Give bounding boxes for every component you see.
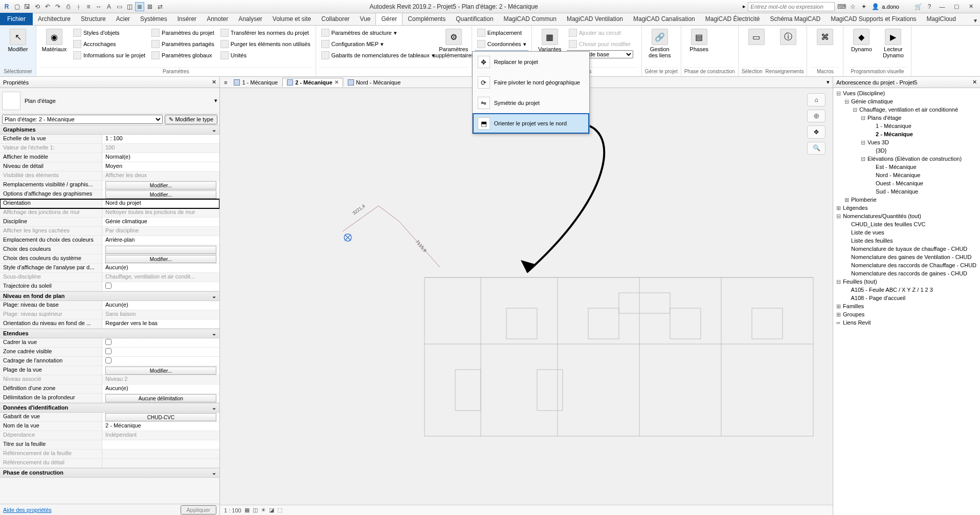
tree-node[interactable]: Nomenclature des raccords de gaines - CH… <box>834 269 979 277</box>
section-etendues[interactable]: Etendues⌄ <box>0 329 219 338</box>
selection-button[interactable]: ▭ <box>742 27 771 45</box>
keyboard-icon[interactable]: ⌨ <box>837 2 846 11</box>
prop-val[interactable] <box>102 338 219 347</box>
tree-node[interactable]: ⊟ Vues 3D <box>834 138 979 146</box>
save-icon[interactable]: 🖫 <box>23 2 32 11</box>
tree-toggle-icon[interactable]: ∞ <box>835 318 841 327</box>
lecteur-dynamo-button[interactable]: ▶ Lecteur Dynamo <box>878 27 908 58</box>
emplacement-button[interactable]: Emplacement <box>475 28 528 38</box>
search-input[interactable] <box>748 2 835 11</box>
open-icon[interactable]: ▢ <box>12 2 21 11</box>
tree-toggle-icon[interactable]: ⊟ <box>843 97 850 105</box>
tree-node[interactable]: Ouest - Mécanique <box>834 179 979 187</box>
properties-help-link[interactable]: Aide des propriétés <box>3 507 52 513</box>
prop-val[interactable] <box>102 357 219 366</box>
tree-node[interactable]: Liste des feuilles <box>834 237 979 245</box>
prop-val[interactable] <box>102 245 219 254</box>
replacer-item[interactable]: ✥Replacer le projet <box>473 52 589 72</box>
prop-btn-gabarit[interactable]: CHUD-CVC <box>105 413 216 421</box>
crop-icon[interactable]: ⬚ <box>277 507 282 513</box>
ribbon-tab-architecture[interactable]: Architecture <box>33 13 76 25</box>
ribbon-tab-systèmes[interactable]: Systèmes <box>135 13 172 25</box>
detail-icon[interactable]: ▦ <box>244 507 250 513</box>
ribbon-tab-magicad-électricité[interactable]: MagiCAD Électricité <box>700 13 765 25</box>
prop-check-zone_visible[interactable] <box>105 348 112 354</box>
info-projet-button[interactable]: Informations sur le projet <box>71 50 147 60</box>
minimize-button[interactable]: — <box>936 2 948 12</box>
sync-icon[interactable]: ⟲ <box>33 2 42 11</box>
tree-toggle-icon[interactable]: ⊟ <box>860 155 866 163</box>
tree-toggle-icon[interactable]: ⊞ <box>835 310 841 318</box>
prop-val[interactable]: Modifier... <box>102 181 219 189</box>
style-icon[interactable]: ◫ <box>253 507 258 513</box>
ribbon-tab-acier[interactable]: Acier <box>111 13 135 25</box>
ribbon-tab-magicloud[interactable]: MagiCloud <box>922 13 961 25</box>
tree-node[interactable]: Sud - Mécanique <box>834 187 979 196</box>
section-niveau-fond[interactable]: Niveau en fond de plan⌄ <box>0 291 219 301</box>
ribbon-tab-insérer[interactable]: Insérer <box>172 13 202 25</box>
tree-node[interactable]: Liste de vues <box>834 228 979 237</box>
type-dropdown-icon[interactable]: ▾ <box>214 97 217 104</box>
prop-btn-choix_couleurs[interactable] <box>105 246 216 254</box>
modifier-button[interactable]: ↖ Modifier <box>3 27 33 52</box>
gabarits-button[interactable]: Gabarits de nomenclatures de tableaux ▾ <box>319 50 437 60</box>
browser-close-icon[interactable]: ✕ <box>972 79 977 85</box>
file-tab[interactable]: Fichier <box>0 13 33 25</box>
tree-node[interactable]: Nomenclature de tuyaux de chauffage - CH… <box>834 245 979 253</box>
prop-btn-plage_vue[interactable]: Modifier... <box>105 367 216 375</box>
ribbon-tab-structure[interactable]: Structure <box>76 13 111 25</box>
tree-node[interactable]: ⊟ Génie climatique <box>834 97 979 105</box>
tree-toggle-icon[interactable]: ⊟ <box>860 138 866 146</box>
accrochages-button[interactable]: Accrochages <box>71 39 147 49</box>
view-tabs-dropdown-icon[interactable]: ▾ <box>823 79 833 85</box>
unites-button[interactable]: Unités <box>218 50 313 60</box>
symetrie-item[interactable]: ⇋Symétrie du projet <box>473 93 589 113</box>
view-tab[interactable]: 2 - Mécanique✕ <box>282 78 343 87</box>
view-type-name[interactable]: Plan d'étage <box>25 98 210 104</box>
print-icon[interactable]: ⎙ <box>63 2 73 11</box>
ribbon-tab-magicad-canalisation[interactable]: MagiCAD Canalisation <box>628 13 700 25</box>
link-icon[interactable]: ☆ <box>848 2 857 11</box>
prop-val[interactable]: 2 - Mécanique <box>102 422 219 431</box>
cart-icon[interactable]: 🛒 <box>914 2 923 11</box>
tree-node[interactable]: ⊞ Familles <box>834 302 979 310</box>
prop-val[interactable]: Aucun(e) <box>102 384 219 393</box>
styles-objets-button[interactable]: Styles d'objets <box>71 28 147 38</box>
prop-val[interactable]: Arrière-plan <box>102 236 219 245</box>
prop-val[interactable]: Nord du projet <box>102 199 219 208</box>
tree-node[interactable]: 2 - Mécanique <box>834 130 979 138</box>
shadow-icon[interactable]: ◪ <box>269 507 274 513</box>
ribbon-tab-volume-et-site[interactable]: Volume et site <box>268 13 316 25</box>
tab-list-icon[interactable]: ≡ <box>222 79 229 85</box>
tree-node[interactable]: ∞ Liens Revit <box>834 318 979 327</box>
param-structure-button[interactable]: Paramètres de structure ▾ <box>319 28 437 38</box>
phases-button[interactable]: ▤ Phases <box>684 27 714 52</box>
tree-node[interactable]: 1 - Mécanique <box>834 122 979 130</box>
section-icon[interactable]: ▭ <box>115 2 124 11</box>
tree-node[interactable]: ⊟ Nomenclatures/Quantités (tout) <box>834 212 979 220</box>
browser-tree[interactable]: ⊟ Vues (Discipline)⊟ Génie climatique⊟ C… <box>833 88 980 515</box>
instance-filter-select[interactable]: Plan d'étage: 2 - Mécanique <box>2 115 163 124</box>
tree-node[interactable]: {3D} <box>834 146 979 155</box>
tree-toggle-icon[interactable]: ⊟ <box>852 105 858 114</box>
tree-node[interactable]: Est - Mécanique <box>834 163 979 171</box>
drawing-canvas[interactable]: 3221,4 7115,9 <box>220 88 833 505</box>
param-globaux-button[interactable]: Paramètres globaux <box>149 50 216 60</box>
thin-lines-icon[interactable]: ≣ <box>135 2 144 11</box>
prop-check-cadrage_annot[interactable] <box>105 357 112 363</box>
maximize-button[interactable]: ▢ <box>950 2 963 12</box>
user-icon[interactable]: 👤 <box>871 2 880 11</box>
tree-node[interactable]: A105 - Feuile ABC / X Y Z / 1 2 3 <box>834 286 979 294</box>
prop-val[interactable]: Génie climatique <box>102 218 219 226</box>
prop-btn-remplacements[interactable]: Modifier... <box>105 181 216 189</box>
prop-val[interactable]: Modifier... <box>102 254 219 263</box>
ribbon-tab-annoter[interactable]: Annoter <box>202 13 233 25</box>
prop-val[interactable]: CHUD-CVC <box>102 413 219 421</box>
section-graphismes[interactable]: Graphismes⌄ <box>0 125 219 135</box>
close-tab-icon[interactable]: ✕ <box>335 79 339 85</box>
prop-val[interactable]: Aucun(e) <box>102 301 219 310</box>
undo-icon[interactable]: ↶ <box>43 2 52 11</box>
tree-toggle-icon[interactable]: ⊟ <box>835 212 841 220</box>
tree-node[interactable]: ⊞ Légendes <box>834 204 979 212</box>
3d-icon[interactable]: ◫ <box>125 2 134 11</box>
